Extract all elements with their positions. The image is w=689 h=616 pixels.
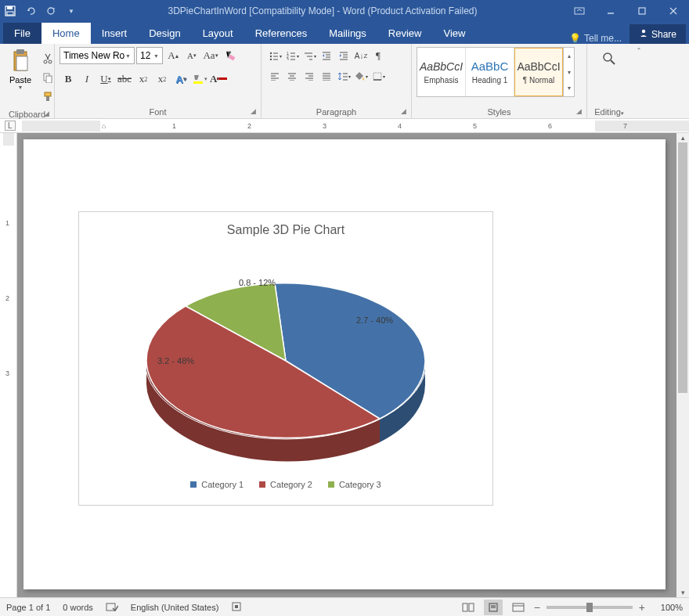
zoom-slider[interactable]	[547, 606, 633, 609]
close-button[interactable]	[658, 0, 689, 22]
cut-button[interactable]	[39, 50, 56, 67]
format-painter-button[interactable]	[39, 88, 56, 105]
style-normal[interactable]: AaBbCcI ¶ Normal	[514, 48, 563, 96]
shrink-font-button[interactable]: A▾	[183, 47, 200, 64]
tab-references[interactable]: References	[244, 23, 318, 44]
align-right-button[interactable]	[301, 67, 318, 85]
svg-point-23	[269, 56, 271, 57]
style-preview: AaBbC	[471, 59, 509, 73]
chart-object[interactable]: Sample 3D Pie Chart	[78, 211, 493, 506]
style-preview: AaBbCcI	[517, 60, 560, 73]
scrollbar-thumb[interactable]	[678, 142, 687, 393]
font-launcher[interactable]: ◢	[251, 107, 256, 115]
minimize-button[interactable]	[595, 0, 626, 22]
svg-rect-76	[513, 603, 524, 611]
find-button[interactable]	[592, 47, 626, 70]
numbering-button[interactable]: 123▾	[283, 47, 301, 64]
tab-view[interactable]: View	[432, 23, 476, 44]
maximize-button[interactable]	[626, 0, 658, 22]
tab-file[interactable]: File	[3, 23, 41, 44]
legend-swatch-icon	[328, 481, 334, 488]
zoom-level[interactable]: 100%	[651, 603, 683, 612]
horizontal-ruler[interactable]: ⌂ 1 2 3 4 5 6 7	[0, 119, 689, 133]
zoom-out-button[interactable]: −	[534, 601, 540, 614]
style-name: Emphasis	[424, 76, 459, 85]
underline-button[interactable]: U▾	[97, 70, 114, 88]
show-marks-button[interactable]: ¶	[370, 47, 387, 64]
scroll-down-button[interactable]: ▾	[676, 588, 689, 597]
save-button[interactable]	[0, 0, 20, 22]
sort-button[interactable]: A↓Z	[352, 47, 370, 64]
repeat-button[interactable]	[41, 0, 61, 22]
style-heading1[interactable]: AaBbC Heading 1	[466, 48, 514, 96]
paste-button[interactable]: Paste ▼	[5, 47, 36, 92]
text-effects-button[interactable]: A▾	[172, 70, 189, 88]
tab-mailings[interactable]: Mailings	[318, 23, 377, 44]
svg-rect-16	[46, 76, 52, 83]
macro-status[interactable]	[231, 601, 242, 614]
borders-button[interactable]: ▾	[370, 67, 387, 85]
language-status[interactable]: English (United States)	[131, 603, 219, 612]
style-name: ¶ Normal	[523, 76, 554, 85]
share-button[interactable]: Share	[629, 24, 686, 44]
vertical-scrollbar[interactable]: ▴ ▾	[676, 133, 689, 597]
font-name-combo[interactable]: Times New Ro▼	[60, 47, 135, 64]
document-page[interactable]: Sample 3D Pie Chart	[23, 139, 666, 589]
styles-launcher[interactable]: ◢	[576, 107, 582, 115]
change-case-button[interactable]: Aa▾	[202, 47, 219, 64]
styles-more-button[interactable]: ▴▾▾	[563, 48, 574, 96]
tab-layout[interactable]: Layout	[192, 23, 244, 44]
read-mode-button[interactable]	[459, 600, 478, 615]
grow-font-button[interactable]: A▴	[164, 47, 182, 64]
clear-formatting-button[interactable]	[221, 47, 238, 64]
clipboard-launcher[interactable]: ◢	[44, 110, 49, 117]
tab-review[interactable]: Review	[377, 23, 433, 44]
lightbulb-icon: 💡	[569, 33, 581, 44]
page-number-status[interactable]: Page 1 of 1	[6, 603, 50, 612]
print-layout-button[interactable]	[484, 600, 503, 615]
multilevel-list-button[interactable]: ▾	[301, 47, 318, 64]
highlight-button[interactable]: ▾	[191, 70, 208, 88]
undo-button[interactable]	[20, 0, 41, 22]
styles-group-label: Styles	[488, 107, 511, 117]
legend-item: Category 2	[259, 480, 312, 489]
bullets-button[interactable]: ▾	[266, 47, 283, 64]
svg-text:3: 3	[287, 57, 289, 60]
svg-rect-11	[16, 49, 24, 54]
subscript-button[interactable]: x2	[135, 70, 152, 88]
shading-button[interactable]: ▾	[352, 67, 370, 85]
svg-point-13	[44, 60, 47, 63]
increase-indent-button[interactable]	[335, 47, 352, 64]
web-layout-button[interactable]	[509, 600, 528, 615]
svg-rect-18	[46, 96, 49, 101]
tab-insert[interactable]: Insert	[91, 23, 139, 44]
ribbon-options-button[interactable]	[564, 0, 595, 22]
copy-button[interactable]	[39, 69, 56, 86]
qat-customize-button[interactable]: ▼	[61, 0, 81, 22]
spellcheck-status[interactable]	[106, 601, 118, 614]
tab-home[interactable]: Home	[41, 23, 91, 44]
svg-rect-63	[373, 73, 381, 80]
strikethrough-button[interactable]: abc	[116, 70, 133, 88]
zoom-in-button[interactable]: +	[639, 601, 645, 614]
superscript-button[interactable]: x2	[153, 70, 171, 88]
tab-design[interactable]: Design	[138, 23, 191, 44]
word-count-status[interactable]: 0 words	[63, 603, 93, 612]
collapse-ribbon-button[interactable]: ˆ	[637, 47, 640, 56]
tell-me-search[interactable]: 💡 Tell me...	[561, 33, 629, 44]
scroll-up-button[interactable]: ▴	[676, 133, 689, 142]
font-size-combo[interactable]: 12▼	[136, 47, 163, 64]
italic-button[interactable]: I	[78, 70, 96, 88]
document-area: 1 2 3 Sample 3D Pie Chart	[0, 133, 689, 597]
decrease-indent-button[interactable]	[318, 47, 335, 64]
bold-button[interactable]: B	[60, 70, 77, 88]
style-emphasis[interactable]: AaBbCcI Emphasis	[417, 48, 466, 96]
font-color-button[interactable]: A▾	[210, 70, 227, 88]
paragraph-launcher[interactable]: ◢	[401, 107, 406, 115]
zoom-slider-thumb[interactable]	[586, 603, 593, 612]
align-center-button[interactable]	[283, 67, 301, 85]
justify-button[interactable]	[318, 67, 335, 85]
align-left-button[interactable]	[266, 67, 283, 85]
line-spacing-button[interactable]: ▾	[335, 67, 352, 85]
vertical-ruler[interactable]: 1 2 3	[0, 133, 17, 597]
